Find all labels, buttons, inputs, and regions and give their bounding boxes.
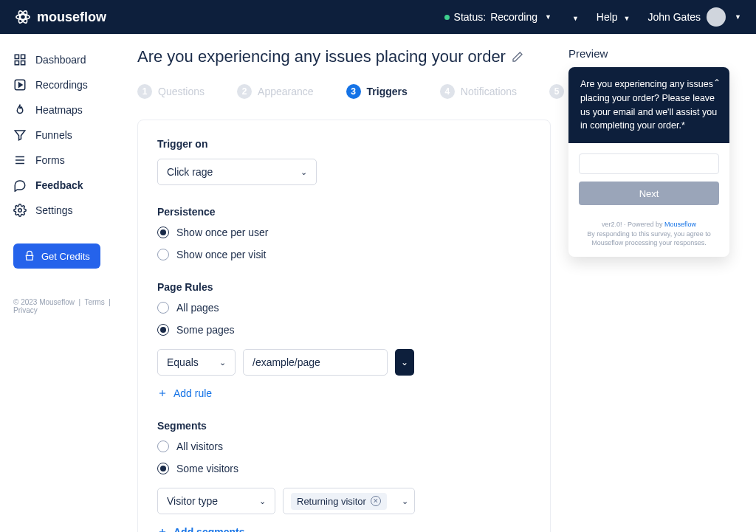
get-credits-button[interactable]: Get Credits [13,243,100,269]
radio-all-pages[interactable]: All pages [157,302,531,314]
sidebar-item-dashboard[interactable]: Dashboard [13,47,126,72]
help-label: Help [597,11,618,23]
page-title: Are you experiencing any issues placing … [137,47,551,66]
page-rules-label: Page Rules [157,281,531,293]
flame-icon [13,103,27,117]
add-segments-label: Add segments [173,526,244,532]
step-number: 4 [440,84,455,99]
add-rule-button[interactable]: Add rule [157,387,212,399]
trigger-on-select[interactable]: Click rage ⌄ [157,159,317,185]
svg-point-13 [18,209,22,213]
visitor-value-select[interactable]: Returning visitor ✕ ⌄ [283,488,415,514]
user-name: John Gates [647,11,701,23]
chevron-down-icon: ▼ [624,15,630,22]
step-number: 3 [346,84,361,99]
chevron-down-icon: ⌄ [259,497,266,506]
rule-expand-button[interactable]: ⌄ [395,349,414,376]
sidebar-item-label: Forms [35,154,65,166]
visitor-type-select[interactable]: Visitor type ⌄ [157,488,275,514]
play-icon [13,78,27,91]
radio-some-pages[interactable]: Some pages [157,324,531,336]
brand-logo[interactable]: mouseflow [15,9,106,25]
persistence-label: Persistence [157,206,531,218]
preview-question-header: Are you experiencing any issues placing … [568,67,729,143]
step-notifications[interactable]: 4Notifications [440,84,517,99]
radio-once-per-user[interactable]: Show once per user [157,227,531,238]
svg-rect-6 [15,61,18,65]
step-label: Triggers [367,86,408,97]
visitor-tag: Returning visitor ✕ [291,493,387,510]
dashboard-icon [13,53,27,66]
sidebar-item-settings[interactable]: Settings [13,198,126,223]
step-appearance[interactable]: 2Appearance [237,84,314,99]
sidebar-item-heatmaps[interactable]: Heatmaps [13,97,126,122]
radio-label: Some pages [176,324,235,336]
step-number: 2 [237,84,252,99]
chat-icon [13,179,27,192]
add-segments-button[interactable]: Add segments [157,526,244,532]
help-dropdown[interactable]: Help ▼ [597,11,630,23]
sidebar-item-recordings[interactable]: Recordings [13,72,126,97]
avatar [707,7,726,27]
sidebar-item-label: Feedback [35,179,83,191]
website-dropdown[interactable]: ▼ [569,11,579,23]
step-triggers[interactable]: 3Triggers [346,84,408,99]
rule-path-input[interactable] [243,349,388,376]
chevron-up-icon[interactable]: ⌃ [713,76,721,89]
pencil-icon[interactable] [512,51,523,63]
preview-brand: Mouseflow [664,221,696,228]
svg-marker-9 [19,83,23,87]
sidebar-item-label: Heatmaps [35,104,83,116]
segments-label: Segments [157,420,531,432]
status-value: Recording [490,11,537,23]
chevron-down-icon: ▼ [545,13,551,21]
sidebar-item-label: Funnels [35,129,72,141]
radio-icon [157,302,169,314]
radio-label: Some visitors [176,463,238,474]
preview-powered: · Powered by [622,221,664,228]
sidebar-item-forms[interactable]: Forms [13,148,126,173]
rule-operator-select[interactable]: Equals ⌄ [157,349,236,376]
status-dropdown[interactable]: Status: Recording ▼ [444,11,551,23]
triggers-panel: Trigger on Click rage ⌄ Persistence Show… [137,120,551,532]
sidebar: Dashboard Recordings Heatmaps Funnels Fo… [0,34,126,532]
step-number: 5 [549,84,564,99]
preview-question-text: Are you experiencing any issues placing … [580,79,717,131]
credits-label: Get Credits [41,251,90,262]
svg-point-1 [16,14,30,19]
status-dot-icon [444,15,450,20]
radio-label: All visitors [176,441,223,452]
step-questions[interactable]: 1Questions [137,84,205,99]
privacy-link[interactable]: Privacy [13,306,38,314]
add-rule-label: Add rule [173,387,212,399]
preview-footer: ver2.0! · Powered by Mouseflow By respon… [568,215,729,257]
preview-next-button[interactable]: Next [579,182,719,205]
user-menu[interactable]: John Gates ▼ [647,7,741,27]
chevron-down-icon: ⌄ [219,358,226,367]
preview-email-input[interactable] [579,153,719,174]
preview-card: Are you experiencing any issues placing … [568,67,729,257]
svg-rect-7 [21,61,25,65]
remove-tag-icon[interactable]: ✕ [371,496,381,506]
tag-label: Returning visitor [297,496,366,507]
step-number: 1 [137,84,152,99]
sidebar-item-funnels[interactable]: Funnels [13,122,126,148]
radio-all-visitors[interactable]: All visitors [157,441,531,452]
chevron-down-icon: ⌄ [401,357,408,367]
gear-icon [13,204,27,217]
radio-label: Show once per visit [176,249,266,260]
sidebar-item-label: Dashboard [35,54,86,66]
rule-operator-value: Equals [167,356,199,368]
radio-icon [157,441,169,452]
sidebar-item-label: Settings [35,204,73,216]
terms-link[interactable]: Terms [85,298,105,306]
list-icon [13,153,27,167]
funnel-icon [13,128,27,142]
sidebar-item-feedback[interactable]: Feedback [13,173,126,198]
radio-once-per-visit[interactable]: Show once per visit [157,249,531,260]
radio-some-visitors[interactable]: Some visitors [157,463,531,474]
visitor-type-value: Visitor type [167,495,218,507]
preview-version: ver2.0! [602,221,622,228]
mouseflow-logo-icon [15,9,31,25]
brand-name: mouseflow [37,10,106,25]
